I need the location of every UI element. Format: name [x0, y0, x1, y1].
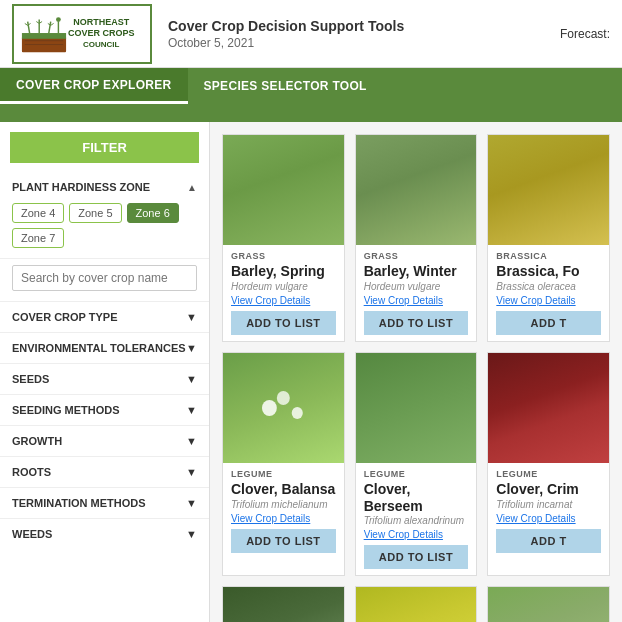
crop-info-clover-berseem: LEGUME Clover, Berseem Trifolium alexand… [356, 463, 477, 576]
section-seeding-methods: SEEDING METHODS ▼ [0, 394, 209, 425]
svg-point-16 [277, 391, 290, 405]
section-header-growth[interactable]: GROWTH ▼ [0, 426, 209, 456]
crop-name-barley-spring: Barley, Spring [231, 263, 336, 280]
section-label-seeds: SEEDS [12, 373, 49, 385]
crop-info-clover-crimson: LEGUME Clover, Crim Trifolium incarnat V… [488, 463, 609, 559]
section-label-growth: GROWTH [12, 435, 62, 447]
add-to-list-barley-winter[interactable]: ADD TO LIST [364, 311, 469, 335]
add-to-list-brassica[interactable]: ADD T [496, 311, 601, 335]
section-header-roots[interactable]: ROOTS ▼ [0, 457, 209, 487]
add-to-list-clover-crimson[interactable]: ADD T [496, 529, 601, 553]
crop-link-barley-winter[interactable]: View Crop Details [364, 295, 469, 306]
crop-card-barley-spring: GRASS Barley, Spring Hordeum vulgare Vie… [222, 134, 345, 342]
section-header-weeds[interactable]: WEEDS ▼ [0, 519, 209, 549]
logo-line1: NORTHEAST [68, 17, 135, 29]
section-label-env: ENVIRONMENTAL TOLERANCES [12, 342, 186, 354]
section-label-seeding: SEEDING METHODS [12, 404, 120, 416]
crop-link-barley-spring[interactable]: View Crop Details [231, 295, 336, 306]
section-header-termination[interactable]: TERMINATION METHODS ▼ [0, 488, 209, 518]
sidebar: FILTER PLANT HARDINESS ZONE ▲ Zone 4 Zon… [0, 122, 210, 622]
crop-card-clover-crimson: LEGUME Clover, Crim Trifolium incarnat V… [487, 352, 610, 577]
zone-5-button[interactable]: Zone 5 [69, 203, 121, 223]
crop-link-brassica[interactable]: View Crop Details [496, 295, 601, 306]
section-label-hardiness: PLANT HARDINESS ZONE [12, 181, 150, 193]
zone-4-button[interactable]: Zone 4 [12, 203, 64, 223]
add-to-list-clover-balansa[interactable]: ADD TO LIST [231, 529, 336, 553]
chevron-down-icon-seeding: ▼ [186, 404, 197, 416]
crop-link-clover-crimson[interactable]: View Crop Details [496, 513, 601, 524]
crop-category-clover-berseem: LEGUME [364, 469, 469, 479]
svg-line-3 [25, 23, 28, 25]
crop-scientific-barley-winter: Hordeum vulgare [364, 281, 469, 292]
crop-info-barley-spring: GRASS Barley, Spring Hordeum vulgare Vie… [223, 245, 344, 341]
crop-image-barley-winter [356, 135, 477, 245]
green-banner [0, 104, 622, 122]
section-env-tolerances: ENVIRONMENTAL TOLERANCES ▼ [0, 332, 209, 363]
section-growth: GROWTH ▼ [0, 425, 209, 456]
header-title-area: Cover Crop Decision Support Tools Octobe… [168, 18, 560, 50]
section-plant-hardiness: PLANT HARDINESS ZONE ▲ [0, 173, 209, 199]
header-date: October 5, 2021 [168, 36, 560, 50]
section-cover-crop-type: COVER CROP TYPE ▼ [0, 301, 209, 332]
tab-cover-crop-explorer[interactable]: COVER CROP EXPLORER [0, 68, 188, 104]
crop-name-section [0, 259, 209, 301]
crop-name-clover-berseem: Clover, Berseem [364, 481, 469, 515]
crop-card-clover-berseem: LEGUME Clover, Berseem Trifolium alexand… [355, 352, 478, 577]
crop-card-bottom-3 [487, 586, 610, 622]
svg-line-10 [51, 23, 54, 25]
add-to-list-barley-spring[interactable]: ADD TO LIST [231, 311, 336, 335]
crop-scientific-brassica: Brassica oleracea [496, 281, 601, 292]
section-seeds: SEEDS ▼ [0, 363, 209, 394]
svg-point-12 [56, 17, 61, 22]
chevron-down-icon-weeds: ▼ [186, 528, 197, 540]
crop-category-barley-spring: GRASS [231, 251, 336, 261]
crop-scientific-clover-berseem: Trifolium alexandrinum [364, 515, 469, 526]
section-weeds: WEEDS ▼ [0, 518, 209, 549]
crop-name-clover-balansa: Clover, Balansa [231, 481, 336, 498]
crop-link-clover-balansa[interactable]: View Crop Details [231, 513, 336, 524]
svg-line-8 [49, 21, 51, 33]
section-header-env[interactable]: ENVIRONMENTAL TOLERANCES ▼ [0, 333, 209, 363]
svg-point-15 [262, 400, 277, 416]
nav-tabs: COVER CROP EXPLORER SPECIES SELECTOR TOO… [0, 68, 622, 104]
crop-info-barley-winter: GRASS Barley, Winter Hordeum vulgare Vie… [356, 245, 477, 341]
add-to-list-clover-berseem[interactable]: ADD TO LIST [364, 545, 469, 569]
forecast-label: Forecast: [560, 27, 610, 41]
chevron-down-icon-termination: ▼ [186, 497, 197, 509]
crop-image-clover-crimson [488, 353, 609, 463]
section-header-crop-type[interactable]: COVER CROP TYPE ▼ [0, 302, 209, 332]
header-title: Cover Crop Decision Support Tools [168, 18, 560, 34]
tab-species-selector[interactable]: SPECIES SELECTOR TOOL [188, 68, 383, 104]
crop-category-clover-balansa: LEGUME [231, 469, 336, 479]
logo-icon [20, 10, 68, 58]
chevron-down-icon-seeds: ▼ [186, 373, 197, 385]
zone-7-button[interactable]: Zone 7 [12, 228, 64, 248]
section-header-seeds[interactable]: SEEDS ▼ [0, 364, 209, 394]
crop-card-bottom-1 [222, 586, 345, 622]
chevron-down-icon-growth: ▼ [186, 435, 197, 447]
crop-image-bottom-1 [223, 587, 344, 622]
svg-rect-1 [22, 33, 66, 39]
section-label-crop-type: COVER CROP TYPE [12, 311, 118, 323]
section-label-termination: TERMINATION METHODS [12, 497, 146, 509]
crop-category-clover-crimson: LEGUME [496, 469, 601, 479]
section-roots: ROOTS ▼ [0, 456, 209, 487]
zone-6-button[interactable]: Zone 6 [127, 203, 179, 223]
filter-header: FILTER [10, 132, 199, 163]
crop-image-brassica [488, 135, 609, 245]
section-header-seeding[interactable]: SEEDING METHODS ▼ [0, 395, 209, 425]
logo-line2: COVER CROPS [68, 28, 135, 40]
section-label-weeds: WEEDS [12, 528, 52, 540]
crop-category-barley-winter: GRASS [364, 251, 469, 261]
crop-info-brassica: BRASSICA Brassica, Fo Brassica oleracea … [488, 245, 609, 341]
crop-name-input[interactable] [12, 265, 197, 291]
svg-point-17 [292, 407, 303, 419]
crop-grid: GRASS Barley, Spring Hordeum vulgare Vie… [222, 134, 610, 622]
chevron-down-icon-crop-type: ▼ [186, 311, 197, 323]
crop-card-barley-winter: GRASS Barley, Winter Hordeum vulgare Vie… [355, 134, 478, 342]
crop-scientific-clover-balansa: Trifolium michelianum [231, 499, 336, 510]
crop-link-clover-berseem[interactable]: View Crop Details [364, 529, 469, 540]
content-area: GRASS Barley, Spring Hordeum vulgare Vie… [210, 122, 622, 622]
section-label-roots: ROOTS [12, 466, 51, 478]
crop-image-bottom-2 [356, 587, 477, 622]
